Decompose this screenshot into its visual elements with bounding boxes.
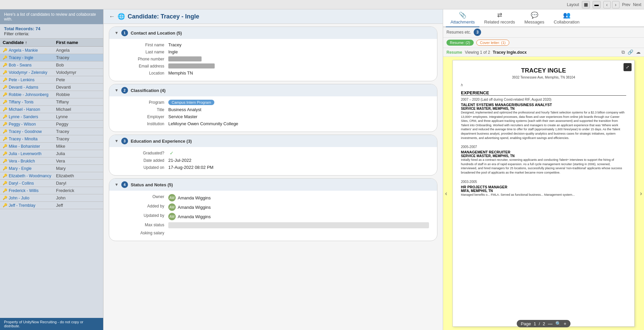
candidate-link[interactable]: Lynne - Sanders bbox=[9, 114, 38, 119]
field-value-container: Service Master bbox=[168, 114, 429, 119]
section-header[interactable]: ▼ 2 Classification (4) bbox=[109, 84, 437, 96]
layout-icon-split[interactable]: ▬ bbox=[593, 1, 601, 8]
resume-address: 3932 Tennessee Ave, Memphis, TN 38104 bbox=[461, 76, 626, 79]
candidate-link[interactable]: Jeff - Tremblay bbox=[9, 203, 35, 208]
link-icon[interactable]: 🔗 bbox=[628, 49, 633, 55]
key-icon: 🔑 bbox=[3, 181, 7, 185]
candidate-link[interactable]: Mary - Engle bbox=[9, 166, 32, 171]
candidate-link[interactable]: Volodymyr - Zelensky bbox=[9, 70, 47, 75]
top-next-btn[interactable]: › bbox=[612, 1, 619, 8]
field-value: LeMoyne Owen Community College bbox=[168, 121, 238, 126]
section-header[interactable]: ▼ 4 Status and Notes (5) bbox=[109, 179, 437, 191]
list-item[interactable]: 🔑 Angela - Mankie Angela bbox=[0, 47, 103, 54]
tab-attachments[interactable]: 📎 Attachments bbox=[446, 9, 479, 27]
candidate-link[interactable]: Mike - Bohanister bbox=[9, 144, 40, 149]
section: ▼ 4 Status and Notes (5) Owner AWAmanda … bbox=[109, 178, 437, 241]
field-value: Amanda Wiggins bbox=[178, 205, 211, 210]
key-icon: 🔑 bbox=[3, 63, 7, 67]
tab-related-records[interactable]: ⇄ Related records bbox=[479, 9, 520, 27]
list-item[interactable]: 🔑 Frederick - Willis Frederick bbox=[0, 187, 103, 194]
field-value-container: Campus Intern Program bbox=[168, 100, 429, 105]
field-label: Added by bbox=[117, 203, 164, 208]
list-item[interactable]: 🔑 Pete - Lenkins Pete bbox=[0, 76, 103, 84]
zoom-out-btn[interactable]: — bbox=[548, 321, 553, 326]
list-item[interactable]: 🔑 Peggy - Wilson Peggy bbox=[0, 121, 103, 128]
tab-collaboration[interactable]: 👥 Collaboration bbox=[549, 9, 584, 27]
candidate-link[interactable]: Robbie - Johnsonberg bbox=[9, 92, 48, 97]
list-item[interactable]: 🔑 Tracey - Minolta Tracey bbox=[0, 135, 103, 143]
search-btn[interactable]: 🔍 bbox=[555, 321, 561, 326]
top-next-label: Next bbox=[633, 2, 641, 7]
list-item[interactable]: 🔑 Tracey - Ingle Tracey bbox=[0, 54, 103, 61]
candidate-link[interactable]: Angela - Mankie bbox=[9, 48, 38, 53]
list-item[interactable]: 🔑 Devanti - Adams Devanti bbox=[0, 84, 103, 91]
open-external-icon[interactable]: ⧉ bbox=[621, 49, 625, 55]
zoom-in-btn[interactable]: + bbox=[564, 321, 566, 326]
key-icon: 🔑 bbox=[3, 196, 7, 200]
list-item[interactable]: 🔑 Mary - Engle Mary bbox=[0, 165, 103, 172]
candidate-link[interactable]: Frederick - Willis bbox=[9, 188, 39, 193]
candidate-link[interactable]: Peggy - Wilson bbox=[9, 122, 36, 127]
candidate-link[interactable]: Pete - Lenkins bbox=[9, 78, 35, 82]
field-value-container: AWAmanda Wiggins bbox=[168, 213, 429, 220]
list-item[interactable]: 🔑 Vera - Bruklich Vera bbox=[0, 157, 103, 165]
candidate-link[interactable]: Tracey - Ingle bbox=[9, 55, 33, 60]
candidate-link[interactable]: Tracey - Goodnow bbox=[9, 129, 42, 134]
field-value-container bbox=[168, 222, 429, 228]
resume-toolbar: Resumes etc. 3 bbox=[443, 27, 644, 38]
field-row: Max status bbox=[117, 222, 429, 228]
candidate-firstname: Julia bbox=[56, 151, 100, 156]
list-item[interactable]: 🔑 Daryl - Collins Daryl bbox=[0, 180, 103, 187]
list-item[interactable]: 🔑 Lynne - Sanders Lynne bbox=[0, 113, 103, 121]
section-number: 4 bbox=[121, 181, 128, 188]
field-value: 21-Jul-2022 bbox=[168, 158, 191, 163]
top-bar: Layout ▦ ▬ ‹ › Prev Next bbox=[0, 0, 644, 9]
section-header[interactable]: ▼ 3 Education and Experience (3) bbox=[109, 135, 437, 147]
tab-messages[interactable]: 💬 Messages bbox=[520, 9, 549, 27]
page-bar: Page 1 / 2 — 🔍 + bbox=[517, 320, 570, 327]
candidate-link[interactable]: Devanti - Adams bbox=[9, 85, 38, 90]
field-value: Business Analyst bbox=[168, 107, 201, 112]
section-number: 2 bbox=[121, 87, 128, 94]
globe-icon: 🌐 bbox=[118, 13, 125, 20]
list-item[interactable]: 🔑 Mike - Bohanister Mike bbox=[0, 143, 103, 150]
list-item[interactable]: 🔑 Tracey - Goodnow Tracey bbox=[0, 128, 103, 135]
field-label: Employer bbox=[117, 114, 164, 119]
candidate-link[interactable]: Michael - Hanson bbox=[9, 107, 40, 112]
candidate-link[interactable]: Julia - Levenworth bbox=[9, 151, 41, 156]
resume-btn[interactable]: Resume: (2) bbox=[446, 40, 474, 46]
section-number: 1 bbox=[121, 30, 128, 36]
candidate-link[interactable]: Vera - Bruklich bbox=[9, 159, 35, 163]
candidate-link[interactable]: Tracey - Minolta bbox=[9, 137, 38, 141]
resume-next-btn[interactable]: › bbox=[638, 190, 644, 197]
top-prev-btn[interactable]: ‹ bbox=[603, 1, 611, 8]
doc-info: Resume Viewing 1 of 2 Tracey Ingle.docx … bbox=[443, 48, 644, 57]
status-bar bbox=[168, 222, 429, 228]
candidate-link[interactable]: Bob - Swans bbox=[9, 63, 32, 67]
resume-desc: Managed benefits o... FMLA. Served as fu… bbox=[461, 193, 626, 197]
resumes-label: Resumes etc. bbox=[446, 30, 471, 35]
section-header[interactable]: ▼ 1 Contact and Location (5) bbox=[109, 27, 437, 39]
section: ▼ 2 Classification (4) Program Campus In… bbox=[109, 84, 437, 132]
expand-btn[interactable]: ⤢ bbox=[624, 63, 632, 71]
list-item[interactable]: 🔑 Julia - Levenworth Julia bbox=[0, 150, 103, 157]
resume-content: TRACEY INGLE 3932 Tennessee Ave, Memphis… bbox=[453, 60, 634, 326]
list-item[interactable]: 🔑 John - Julio John bbox=[0, 194, 103, 202]
back-button[interactable]: ← bbox=[109, 13, 115, 20]
candidate-link[interactable]: Daryl - Collins bbox=[9, 181, 34, 186]
candidate-link[interactable]: Elizabeth - Woodmancy bbox=[9, 174, 51, 178]
candidate-link[interactable]: John - Julio bbox=[9, 196, 29, 200]
download-icon[interactable]: ☁ bbox=[636, 49, 641, 55]
list-item[interactable]: 🔑 Michael - Hanson Michael bbox=[0, 106, 103, 113]
list-item[interactable]: 🔑 Robbie - Johnsonberg Robbie bbox=[0, 91, 103, 98]
resume-prev-btn[interactable]: ‹ bbox=[443, 190, 449, 197]
layout-icon-grid[interactable]: ▦ bbox=[582, 1, 590, 8]
list-item[interactable]: 🔑 Bob - Swans Bob bbox=[0, 61, 103, 69]
right-panel: 📎 Attachments ⇄ Related records 💬 Messag… bbox=[443, 9, 644, 330]
list-item[interactable]: 🔑 Elizabeth - Woodmancy Elizabeth bbox=[0, 172, 103, 180]
list-item[interactable]: 🔑 Jeff - Tremblay Jeff bbox=[0, 202, 103, 209]
candidate-link[interactable]: Tiffany - Tonis bbox=[9, 100, 34, 104]
cover-letter-btn[interactable]: Cover letter: (1) bbox=[476, 40, 509, 46]
list-item[interactable]: 🔑 Volodymyr - Zelensky Volodymyr bbox=[0, 69, 103, 76]
list-item[interactable]: 🔑 Tiffany - Tonis Tiffany bbox=[0, 98, 103, 106]
